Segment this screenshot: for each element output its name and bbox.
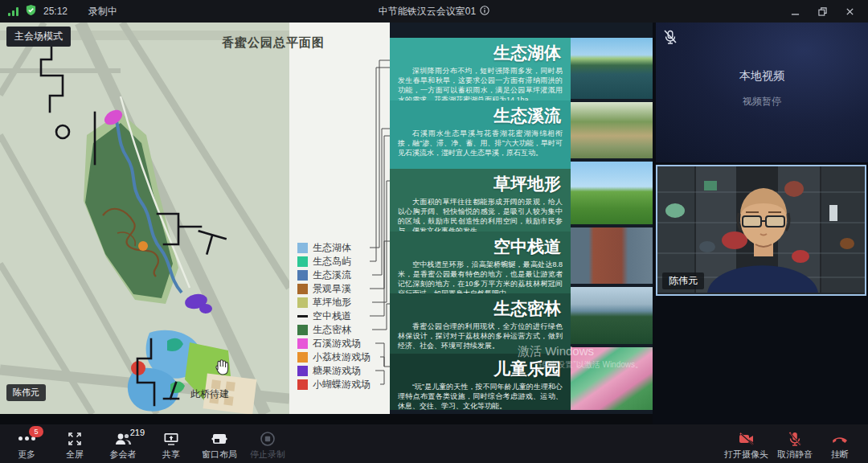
- section-description: 香蜜公园合理的利用现状，全方位的进行绿色林保设计，探讨对于荔枝林的多种运营方式，…: [390, 321, 571, 350]
- photo-eco-stream: [571, 102, 653, 158]
- participants-count: 219: [130, 428, 145, 437]
- local-video-title: 本地视频: [656, 69, 868, 84]
- unmute-button[interactable]: 取消静音: [776, 428, 813, 461]
- hangup-label: 挂断: [831, 449, 849, 461]
- legend-label: 生态溪流: [313, 268, 351, 282]
- shared-screen: 此桥待建: [0, 23, 653, 414]
- legend-label: 生态密林: [313, 323, 351, 337]
- section-lawn-terrain: 草坪地形 大面积的草坪往往都能形成开阔的景观，给人以心胸开阔、轻快愉悦的感觉，是…: [390, 169, 571, 232]
- section-description: 大面积的草坪往往都能形成开阔的景观，给人以心胸开阔、轻快愉悦的感觉，是吸引人较为…: [390, 196, 571, 232]
- participants-button[interactable]: 219 参会者: [104, 428, 141, 461]
- legend-swatch: [297, 352, 308, 363]
- legend-item: 糖果游戏场: [297, 364, 371, 378]
- legend-item: 空中栈道: [297, 309, 371, 323]
- more-label: 更多: [18, 449, 35, 461]
- photo-strip: [571, 38, 653, 410]
- section-title: 生态湖体: [390, 38, 571, 65]
- legend-label: 石溪游戏场: [313, 337, 361, 350]
- legend-item: 草坪地形: [297, 296, 371, 309]
- legend-swatch: [297, 315, 308, 318]
- section-description: 深圳降雨分布不均，短时强降雨多发，同时易发生春旱和秋旱，这要求公园一方面有滞纳雨…: [390, 65, 571, 100]
- section-children-park: 儿童乐园 “玩”是儿童的天性，按不同年龄儿童的生理和心理特点布置各类设施，同时综…: [390, 354, 571, 410]
- stop-record-button[interactable]: 停止录制: [249, 428, 286, 461]
- meeting-timer: 25:12: [43, 6, 68, 17]
- section-eco-stream: 生态溪流 石溪雨水生态旱溪与花香湖花蜜湖海绵相衔接，融“渗、滞、净、蓄、用、排”…: [390, 100, 571, 169]
- more-button[interactable]: 5 更多: [8, 428, 45, 461]
- minimize-button[interactable]: [784, 3, 805, 19]
- local-video-tile[interactable]: 本地视频 视频暂停: [656, 23, 868, 162]
- legend-item: 生态密林: [297, 323, 371, 337]
- photo-sky-walkway: [571, 227, 653, 284]
- section-eco-forest: 生态密林 香蜜公园合理的利用现状，全方位的进行绿色林保设计，探讨对于荔枝林的多种…: [390, 293, 571, 354]
- legend-swatch: [297, 379, 308, 390]
- stop-record-label: 停止录制: [250, 449, 285, 461]
- open-camera-label: 打开摄像头: [724, 449, 768, 461]
- legend-swatch: [297, 297, 308, 308]
- description-panel: 生态湖体 深圳降雨分布不均，短时强降雨多发，同时易发生春旱和秋旱，这要求公园一方…: [390, 38, 571, 410]
- layout-icon: [211, 431, 228, 447]
- close-button[interactable]: [839, 3, 860, 19]
- legend-item: 生态溪流: [297, 268, 371, 282]
- legend-swatch: [297, 256, 308, 267]
- meeting-title-group: 中节能铁汉云会议室01: [0, 5, 868, 18]
- photo-eco-forest: [571, 287, 653, 344]
- info-icon[interactable]: [480, 6, 489, 18]
- legend-label: 空中栈道: [313, 309, 351, 323]
- legend-label: 小蝴蝶游戏场: [313, 378, 371, 391]
- legend-label: 景观旱溪: [313, 282, 351, 296]
- camera-off-icon: [738, 431, 755, 447]
- meeting-title: 中节能铁汉云会议室01: [379, 5, 476, 18]
- layout-button[interactable]: 窗口布局: [201, 428, 238, 461]
- participants-label: 参会者: [110, 449, 137, 461]
- legend-list: 生态湖体 生态岛屿 生态溪流 景观旱溪 草坪地形 空中栈道 生态密林 石溪游戏场…: [297, 241, 371, 391]
- legend-swatch: [297, 338, 308, 349]
- photo-eco-lake: [571, 38, 653, 99]
- hangup-button[interactable]: 挂断: [821, 428, 858, 461]
- legend-label: 生态湖体: [313, 241, 351, 255]
- legend-label: 糖果游戏场: [313, 364, 361, 378]
- local-video-texts: 本地视频 视频暂停: [656, 69, 868, 109]
- meeting-window: 25:12 录制中 中节能铁汉云会议室01 主会场模式: [0, 0, 868, 463]
- legend-item: 石溪游戏场: [297, 337, 371, 350]
- recording-status: 录制中: [88, 5, 117, 18]
- fullscreen-label: 全屏: [66, 449, 84, 461]
- active-speaker-tile[interactable]: 陈伟元: [656, 165, 866, 296]
- share-label: 共享: [162, 449, 180, 461]
- window-controls: [784, 3, 868, 19]
- legend-item: 生态岛屿: [297, 255, 371, 268]
- titlebar-status-group: 25:12 录制中: [0, 4, 117, 18]
- legend-swatch: [297, 366, 308, 376]
- section-title: 生态密林: [390, 293, 571, 321]
- legend-item: 小荔枝游戏场: [297, 350, 371, 364]
- presenter-annotation-tag: 陈伟元: [6, 384, 46, 401]
- legend-swatch: [297, 243, 308, 253]
- mic-off-icon: [787, 431, 803, 447]
- toolbar-right-group: 打开摄像头 取消静音: [724, 428, 868, 461]
- section-description: “玩”是儿童的天性，按不同年龄儿童的生理和心理特点布置各类设施，同时综合考虑游戏…: [390, 381, 571, 410]
- section-title: 生态溪流: [390, 100, 571, 128]
- legend-item: 小蝴蝶游戏场: [297, 378, 371, 391]
- section-title: 草坪地形: [390, 169, 571, 196]
- legend-label: 小荔枝游戏场: [313, 350, 371, 364]
- legend-swatch: [297, 270, 308, 281]
- more-badge: 5: [29, 426, 43, 437]
- share-button[interactable]: 共享: [153, 428, 190, 461]
- layout-label: 窗口布局: [202, 449, 237, 461]
- speaker-name-tag: 陈伟元: [662, 272, 704, 289]
- bottom-toolbar: 5 更多 全屏 219: [0, 424, 868, 463]
- photo-children-park: [571, 347, 653, 410]
- main-venue-mode-badge: 主会场模式: [6, 27, 71, 47]
- unmute-label: 取消静音: [777, 449, 813, 461]
- legend-swatch: [297, 284, 308, 294]
- legend-label: 草坪地形: [313, 296, 351, 309]
- section-title: 空中栈道: [390, 232, 571, 259]
- share-screen-icon: [163, 431, 179, 447]
- open-camera-button[interactable]: 打开摄像头: [724, 428, 768, 461]
- section-description: 空中栈道呈环形，沿高架桥蜿蜒，最高处达8.8米，是香蜜公园最有特色的地方，也是最…: [390, 259, 571, 293]
- mic-muted-icon: [662, 29, 678, 48]
- section-eco-lake: 生态湖体 深圳降雨分布不均，短时强降雨多发，同时易发生春旱和秋旱，这要求公园一方…: [390, 38, 571, 100]
- fullscreen-icon: [68, 431, 82, 447]
- fullscreen-button[interactable]: 全屏: [56, 428, 93, 461]
- shield-icon: [25, 4, 37, 18]
- restore-button[interactable]: [812, 3, 833, 19]
